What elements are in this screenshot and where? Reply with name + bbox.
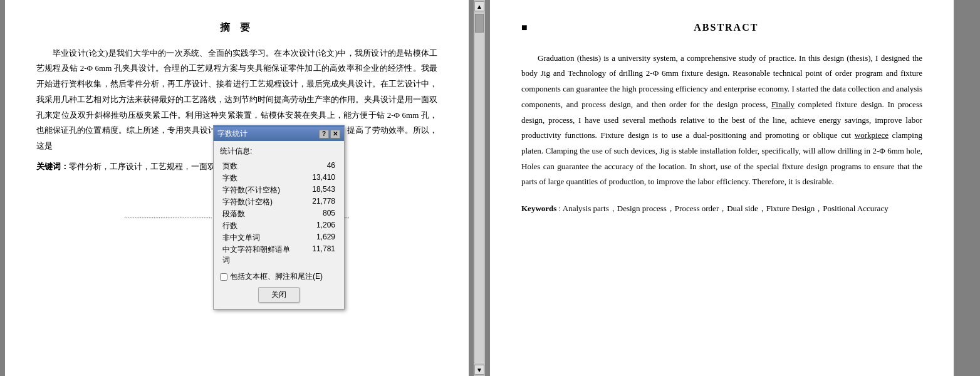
word-count-dialog[interactable]: 字数统计 ? ✕ 统计信息: 页数46字数13,410字符数(不计空格)18,5… xyxy=(213,125,345,310)
cn-keywords-label: 关键词： xyxy=(36,162,69,171)
checkbox-label: 包括文本框、脚注和尾注(E) xyxy=(230,271,323,282)
stat-label: 非中文单词 xyxy=(220,232,291,244)
en-paragraph-breaks xyxy=(521,227,922,308)
bullet-icon: ■ xyxy=(521,19,528,37)
stat-label: 行数 xyxy=(220,220,291,232)
stat-value: 13,410 xyxy=(291,172,338,184)
stat-label: 页数 xyxy=(220,160,291,172)
stat-value: 21,778 xyxy=(291,196,338,208)
stat-value: 1,629 xyxy=(291,232,338,244)
dialog-title: 字数统计 xyxy=(217,128,248,139)
finally-word: Finally xyxy=(771,100,795,109)
stat-label: 字符数(不计空格) xyxy=(220,184,291,196)
stat-label: 字数 xyxy=(220,172,291,184)
scroll-up-button[interactable]: ▲ xyxy=(474,1,484,11)
stat-value: 805 xyxy=(291,208,338,220)
en-abstract-paragraph: Graduation (thesis) is a university syst… xyxy=(521,51,922,190)
dialog-body: 统计信息: 页数46字数13,410字符数(不计空格)18,543字符数(计空格… xyxy=(214,141,344,309)
stats-table: 页数46字数13,410字符数(不计空格)18,543字符数(计空格)21,77… xyxy=(220,160,338,266)
en-abstract-title: ABSTRACT xyxy=(530,19,922,37)
scrollbar-track[interactable] xyxy=(475,13,484,363)
stat-label: 字符数(计空格) xyxy=(220,196,291,208)
include-textbox-checkbox[interactable] xyxy=(220,273,227,281)
dialog-question-button[interactable]: ? xyxy=(319,130,329,138)
dialog-titlebar: 字数统计 ? ✕ xyxy=(214,127,344,141)
en-keywords-label: Keywords xyxy=(521,204,556,213)
scrollbar-divider: ▲ ▼ xyxy=(474,0,485,376)
right-page: ■ ABSTRACT Graduation (thesis) is a univ… xyxy=(490,0,954,376)
dialog-section-label: 统计信息: xyxy=(220,146,338,157)
stat-value: 18,543 xyxy=(291,184,338,196)
scroll-down-button[interactable]: ▼ xyxy=(474,365,484,375)
checkbox-row: 包括文本框、脚注和尾注(E) xyxy=(220,271,338,282)
cn-abstract-title: 摘 要 xyxy=(36,19,437,37)
section-break-dots: ········································… xyxy=(124,214,212,221)
en-keywords: Keywords : Analysis parts，Design process… xyxy=(521,201,922,217)
scrollbar-thumb[interactable] xyxy=(475,14,484,33)
stat-label: 中文字符和朝鲜语单词 xyxy=(220,244,291,266)
en-keywords-text: : Analysis parts，Design process，Process … xyxy=(556,204,888,213)
stat-value: 11,781 xyxy=(291,244,338,266)
stat-value: 46 xyxy=(291,160,338,172)
stat-value: 1,206 xyxy=(291,220,338,232)
dialog-close-button[interactable]: ✕ xyxy=(330,130,340,138)
stat-label: 段落数 xyxy=(220,208,291,220)
close-dialog-button[interactable]: 关闭 xyxy=(258,287,300,303)
dialog-controls: ? ✕ xyxy=(319,130,340,138)
workpiece-word: workpiece xyxy=(855,130,889,140)
